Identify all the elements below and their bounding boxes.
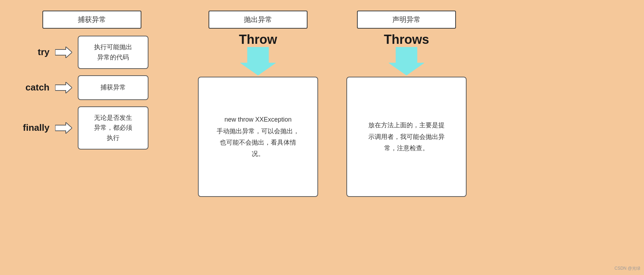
throw-title: Throw [239,32,277,47]
catch-content-box: 捕获异常 [78,75,148,100]
catch-content: 捕获异常 [100,82,126,93]
try-row: try 执行可能抛出 异常的代码 [14,36,148,69]
throws-content: 放在方法上面的，主要是提 示调用者，我可能会抛出异 常，注意检查。 [368,119,445,154]
catch-label: catch [14,82,49,93]
throws-title: Throws [384,32,429,47]
try-label: try [14,47,49,58]
left-section: 捕获异常 try 执行可能抛出 异常的代码 catch 捕获异常 [14,11,177,156]
finally-content: 无论是否发生 异常，都必须 执行 [94,114,132,142]
catch-row: catch 捕获异常 [14,75,148,100]
watermark: CSDN @光绿 [614,265,640,271]
throw-exception-header: 抛出异常 [209,11,308,29]
throws-arrow-container [389,47,424,77]
svg-marker-4 [389,47,424,75]
catch-arrow [55,82,72,93]
try-content: 执行可能抛出 异常的代码 [94,43,132,61]
throw-arrow-down [240,47,276,77]
throws-exception-header: 声明异常 [357,11,456,29]
svg-marker-1 [55,82,72,93]
finally-label: finally [14,122,49,133]
middle-section: 抛出异常 Throw new throw XXException 手动抛出异常，… [191,11,325,197]
try-content-box: 执行可能抛出 异常的代码 [78,36,148,69]
svg-marker-0 [55,47,72,58]
finally-content-box: 无论是否发生 异常，都必须 执行 [78,106,148,150]
main-diagram: 捕获异常 try 执行可能抛出 异常的代码 catch 捕获异常 [0,0,644,275]
throw-content: new throw XXException 手动抛出异常，可以会抛出， 也可能不… [217,114,299,160]
throws-content-box: 放在方法上面的，主要是提 示调用者，我可能会抛出异 常，注意检查。 [346,77,467,197]
svg-marker-2 [55,122,72,134]
throws-arrow-down [389,47,424,77]
finally-row: finally 无论是否发生 异常，都必须 执行 [14,106,148,150]
try-arrow [55,47,72,58]
finally-arrow [55,122,72,134]
throw-content-box: new throw XXException 手动抛出异常，可以会抛出， 也可能不… [198,77,318,197]
svg-marker-3 [240,47,276,75]
throw-arrow-container [240,47,276,77]
right-section: 声明异常 Throws 放在方法上面的，主要是提 示调用者，我可能会抛出异 常，… [339,11,474,197]
capture-exception-header: 捕获异常 [42,11,141,29]
